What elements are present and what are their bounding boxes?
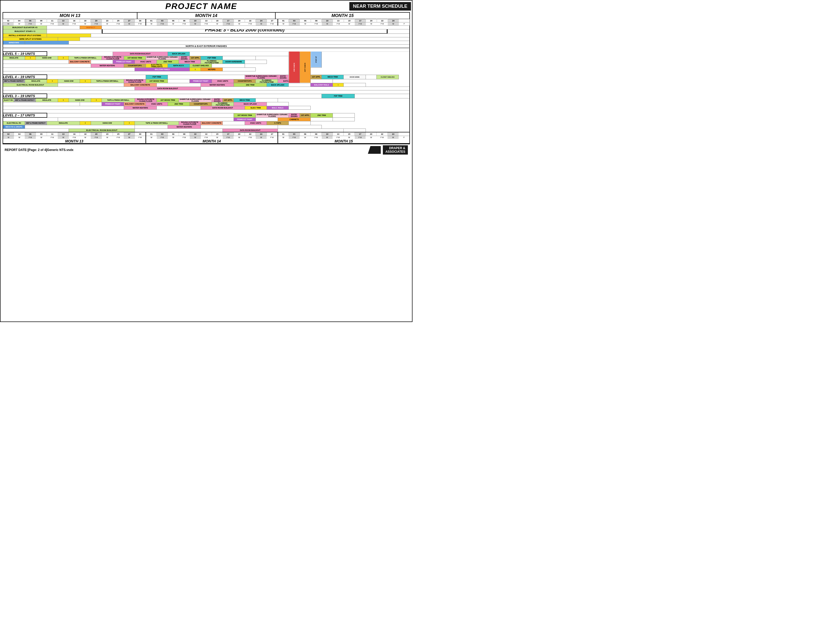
wire-split-label: WIRE SPLIT SYSTEMS [3,37,58,41]
bdate-m14-17: 17 [223,132,234,136]
day-m15-w2: W [300,22,311,26]
day-m15-fm2: F M [311,22,322,26]
day-m13-fm3: F M [69,22,80,26]
bday-fm5: F M [113,136,124,139]
l4-closet-shelves: CLOSET SHELVES [377,75,399,79]
l5-empty9 [3,68,135,71]
l3-1st-appl: 1ST APPL [223,98,234,102]
l2-empty16 [278,129,344,132]
bday-15-w5: W [366,136,377,139]
l2-row1: PRIME/1ST PAINT CABINETS [3,117,409,121]
l2-row3: MECH R/I & DROPS WATER HEATERS [3,125,409,129]
l2-balcony: BALCONY CONCRETE [201,121,223,125]
l2-row2: ELECTRICAL R/I MEP & FRAME INSPECT INSUL… [3,121,409,125]
date-m13-23: 23 [102,19,113,22]
page-header: PROJECT NAME NEAR TERM SCHEDULE [2,2,411,11]
date-m15-13: 13 [333,19,344,22]
l3-elec-trim: ELEC/ TRIM [245,106,267,109]
level2-header-row: LEVEL 2 – 17 UNITS 1ST WOOD TRIM SHWR/TU… [3,113,409,117]
l5-1st-appl: 1ST APPL [190,56,201,60]
bday-w2: W [36,136,47,139]
bday-14-fm5: F M [245,136,256,139]
l3-hang-dw: HANG D/W [69,98,91,102]
l5-step-up: STEP UP [311,51,322,68]
date-m15-10: 10 [322,19,333,22]
l3-row1: ELECT R/I MEP & FRAME INSPECT INSULATE I… [3,98,409,102]
bday-15-fm5: F M [377,136,388,139]
l2-empty9 [289,121,311,125]
date-m13-06: 06 [25,19,36,22]
bday-fm6: F M [135,136,146,139]
l3-empty7 [3,106,124,109]
bdate-m14-22: 22 [245,132,256,136]
date-m13-16: 16 [69,19,80,22]
l3-hvac: HVAC UNITS [146,102,168,106]
bday-15-w6: W [388,136,399,139]
bdate-m13-09: 09 [36,132,47,136]
date-m14-15: 15 [212,19,223,22]
l5-empty8 [212,64,245,68]
l5-drywall-check: D/W CHECK [289,51,300,83]
bdate-m13-27: 27 [124,132,135,136]
date-m13-18: 18 [80,19,91,22]
l3-row3: WATER HEATERS DATA ROOM BUILDOUT ELEC/ T… [3,106,409,109]
day-m13-w: W [14,22,25,26]
bday-14-w5: W [233,136,245,139]
spacer4 [3,109,409,113]
l4-empty11 [201,86,409,90]
row-wire-split: WIRE SPLIT SYSTEMS [3,37,409,41]
l5-entry-doors: ENTRY DOORS [179,56,190,60]
day-m14-fm6: F M [267,22,278,26]
day-m13-m: M [3,22,14,26]
l4-tape: TAPE & FINISH DRYWALL [91,79,124,83]
l3-mep-inspect: MEP & FRAME INSPECT [14,98,36,102]
bdate-m13-18: 18 [80,132,91,136]
l2-empty3 [3,117,58,121]
l2-entry-doors: ENTRY DOORS [289,113,300,117]
bdate-m14-10: 10 [190,132,201,136]
date-m14-10: 10 [190,19,201,22]
bday-m: M [3,136,14,139]
date-m14-03: 03 [157,19,168,22]
l5-row3: WATER HEATERS COUNTERTOPS ELECTRICAL TRI… [3,64,409,68]
l2-empty1 [47,113,234,117]
bdate-m15-10: 10 [322,132,333,136]
day-m14-w5: W [234,22,245,26]
l4-empty6 [58,83,124,86]
spacer3 [3,90,409,94]
l4-data-room: DATA ROOM BUILDOUT [135,86,201,90]
l2-shwr: SHWR/TUB SURROUNDS/ CERAMIC FLOORS [256,113,289,117]
l5-empty5 [91,60,113,64]
bottom-month13: MONTH 13 [3,139,146,143]
page: PROJECT NAME NEAR TERM SCHEDULE MON H 13… [0,0,412,322]
bday-15-w4: W [344,136,355,139]
l2-hvac: HVAC UNITS [245,121,267,125]
date-m14-13: 13 [201,19,212,22]
date-m15-24: 24 [388,19,399,22]
l4-hang-dw: HANG D/W [58,79,80,83]
l3-empty4 [3,102,80,106]
split-systems-label: INSTALL & HOOKUP SPLIT SYSTEMS [3,34,47,37]
date-m14-27: 27 [267,19,278,22]
level3-header-row: LEVEL 3 – 19 UNITS FSP TRIM [3,94,409,98]
l2-tape: TAPE & FINISH DRYWALL [135,121,179,125]
date-m13-09: 09 [36,19,47,22]
l3-empty1 [47,94,322,98]
bdate-m13-23: 23 [102,132,113,136]
date-m14-06: 06 [168,19,179,22]
bdate-m15-08: 08 [311,132,322,136]
footer-page: Page: 2 of 4 [29,148,46,152]
month14-header: MONTH 14 [137,12,276,19]
l5-data-room: DATA ROOM BUILDOUT [113,51,168,56]
l5-empty2 [190,51,289,56]
bday-fm2: F M [47,136,58,139]
day-m13-w4: W [80,22,91,26]
l4-insulate: INSULATE [25,79,47,83]
l3-countertops: COUNTERTOPS [190,102,212,106]
l5-empty1 [47,51,113,56]
day-m14-fm2: F M [179,22,190,26]
row-stair: BUILDOUT STAIR # 3 PHASE 3 - BLDG 2000 (… [3,29,409,34]
l3-i-marker1: I [58,98,69,102]
day-m14-w1: W [146,22,157,26]
l5-closet: CLOSET SHELVES [190,64,212,68]
